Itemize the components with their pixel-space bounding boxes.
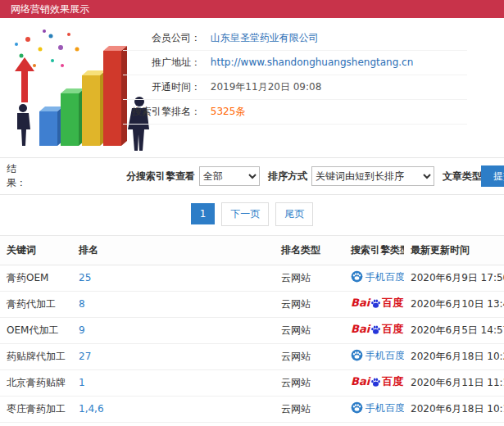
pagination: 1 下一页 尾页 (0, 195, 504, 235)
keyword-cell: 膏药OEM (0, 265, 72, 292)
result-label: 结果： (7, 162, 26, 190)
rank-count-value: 5325条 (211, 106, 246, 117)
baidu-wordmark: Bai (351, 323, 370, 335)
updated-cell: 2020年6月11日 11:18 (404, 370, 504, 397)
engine-cell: 手机百度 (344, 265, 404, 292)
last-page-button[interactable]: 尾页 (275, 202, 313, 226)
mobile-baidu-label: 手机百度 (366, 402, 404, 414)
table-head: 关键词 排名 排名类型 搜索引擎类型 最新更新时间 (0, 236, 504, 265)
keyword-cell: 膏药代加工 (0, 292, 72, 318)
updated-cell: 2020年6月9日 17:50 (404, 265, 504, 292)
next-page-button[interactable]: 下一页 (221, 202, 269, 226)
rank-type-cell: 云网站 (275, 344, 344, 370)
updated-cell: 2020年6月18日 10:25 (404, 344, 504, 370)
col-header-engine-type: 搜索引擎类型 (344, 236, 404, 265)
filter-bar: 结果： 分搜索引擎查看 全部 排序方式 关键词由短到长排序 文章类型 全部 提交 (0, 157, 504, 195)
mobile-baidu-icon (351, 401, 363, 417)
rank-link[interactable]: 8 (79, 298, 85, 310)
engine-cell: 手机百度 (344, 344, 404, 370)
rank-type-cell: 云网站 (275, 292, 344, 318)
updated-cell: 2020年6月18日 10:19 (404, 397, 504, 423)
site-link[interactable]: http://www.shandonghuangshengtang.cn (211, 57, 413, 68)
keyword-cell: 北京膏药贴牌 (0, 370, 72, 397)
mobile-baidu-icon (351, 270, 363, 286)
mobile-baidu-label: 手机百度 (366, 271, 404, 283)
company-label: 会员公司： (123, 26, 201, 50)
baidu-logo: Bai百度 (351, 376, 403, 387)
col-header-keyword: 关键词 (0, 236, 72, 265)
baidu-wordmark: Bai (351, 297, 370, 309)
baidu-cn-label: 百度 (382, 297, 403, 309)
rank-type-cell: 云网站 (275, 370, 344, 397)
rank-type-cell: 云网站 (275, 423, 344, 426)
updated-cell: 2020年6月10日 13:40 (404, 292, 504, 318)
baidu-logo: Bai百度 (351, 324, 403, 335)
page-title: 网络营销效果展示 (11, 3, 89, 15)
sort-label: 排序方式 (268, 170, 307, 184)
keyword-cell: 药贴牌代加工 (0, 344, 72, 370)
page: 网络营销效果展示 (0, 0, 504, 426)
rank-cell: 25 (72, 265, 275, 292)
company-link[interactable]: 山东皇圣堂药业有限公司 (211, 32, 319, 43)
rank-cell: 9 (72, 318, 275, 344)
info-panel: 会员公司： 山东皇圣堂药业有限公司 推广地址： http://www.shand… (123, 26, 467, 125)
engine-filter-select[interactable]: 全部 (199, 166, 260, 186)
col-header-rank-type: 排名类型 (275, 236, 344, 265)
baidu-logo: Bai百度 (351, 297, 403, 309)
rank-cell: 1,4,6 (72, 397, 275, 423)
keyword-cell: 医疗器械厂家 (0, 423, 72, 426)
article-type-label: 文章类型 (443, 170, 482, 184)
sort-select[interactable]: 关键词由短到长排序 (311, 166, 434, 186)
rank-type-cell: 云网站 (275, 397, 344, 423)
rank-cell: 4 (72, 423, 275, 426)
baidu-paw-icon (370, 377, 381, 391)
baidu-paw-icon (370, 324, 381, 338)
keyword-cell: 枣庄膏药加工 (0, 397, 72, 423)
table-header-row: 关键词 排名 排名类型 搜索引擎类型 最新更新时间 (0, 236, 504, 265)
engine-cell: Bai百度 (344, 423, 404, 426)
engine-cell: Bai百度 (344, 370, 404, 397)
table-row: 膏药代加工8云网站Bai百度2020年6月10日 13:40 (0, 292, 504, 318)
open-time-label: 开通时间： (123, 75, 201, 99)
engine-cell: Bai百度 (344, 318, 404, 344)
table-body: 膏药OEM25云网站手机百度2020年6月9日 17:50膏药代加工8云网站Ba… (0, 265, 504, 426)
rank-count-label: 搜索引擎排名： (123, 100, 201, 124)
rank-link[interactable]: 25 (79, 272, 91, 283)
keyword-cell: OEM代加工 (0, 318, 72, 344)
table-row: 药贴牌代加工27云网站手机百度2020年6月18日 10:25 (0, 344, 504, 370)
info-row-company: 会员公司： 山东皇圣堂药业有限公司 (123, 26, 467, 51)
rank-link[interactable]: 27 (79, 351, 91, 362)
table-row: 膏药OEM25云网站手机百度2020年6月9日 17:50 (0, 265, 504, 292)
open-time-value: 2019年11月20日 09:08 (211, 81, 321, 93)
col-header-updated: 最新更新时间 (404, 236, 504, 265)
site-label: 推广地址： (123, 51, 201, 75)
info-row-rank-count: 搜索引擎排名： 5325条 (123, 100, 467, 125)
updated-cell: 2020年6月5日 14:57 (404, 318, 504, 344)
mobile-baidu-icon (351, 349, 363, 365)
rank-cell: 1 (72, 370, 275, 397)
rank-cell: 8 (72, 292, 275, 318)
submit-button[interactable]: 提交 (481, 165, 504, 187)
rank-link[interactable]: 9 (79, 324, 85, 336)
rank-type-cell: 云网站 (275, 318, 344, 344)
engine-cell: Bai百度 (344, 292, 404, 318)
titlebar: 网络营销效果展示 (0, 0, 504, 18)
col-header-rank: 排名 (72, 236, 275, 265)
baidu-cn-label: 百度 (382, 375, 403, 387)
engine-cell: 手机百度 (344, 397, 404, 423)
info-row-open-time: 开通时间： 2019年11月20日 09:08 (123, 75, 467, 100)
table-row: 北京膏药贴牌1云网站Bai百度2020年6月11日 11:18 (0, 370, 504, 397)
rank-type-cell: 云网站 (275, 265, 344, 292)
table-row: OEM代加工9云网站Bai百度2020年6月5日 14:57 (0, 318, 504, 344)
table-row: 医疗器械厂家4云网站Bai百度2020年5月29日 10:32 (0, 423, 504, 426)
baidu-wordmark: Bai (351, 375, 370, 387)
rank-cell: 27 (72, 344, 275, 370)
baidu-paw-icon (370, 298, 381, 312)
page-1-button[interactable]: 1 (191, 203, 216, 224)
baidu-cn-label: 百度 (382, 323, 403, 335)
mobile-baidu-label: 手机百度 (366, 350, 404, 361)
rank-link[interactable]: 1 (79, 377, 85, 388)
rank-link[interactable]: 1,4,6 (79, 403, 104, 415)
updated-cell: 2020年5月29日 10:32 (404, 423, 504, 426)
info-row-site: 推广地址： http://www.shandonghuangshengtang.… (123, 51, 467, 75)
